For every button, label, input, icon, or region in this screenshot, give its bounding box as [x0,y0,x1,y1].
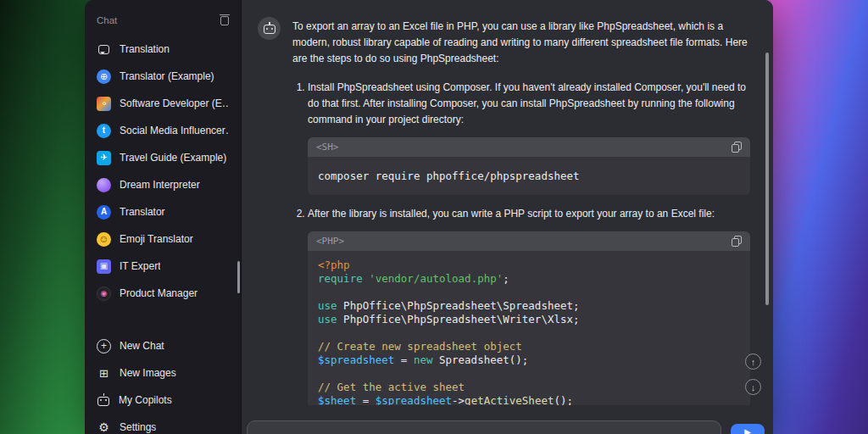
app-window: Chat Translation⊕Translator (Example)‹›S… [85,0,773,434]
gear-icon: ⚙ [97,420,111,434]
robot-icon [264,25,275,34]
code-block-header: <SH> [308,137,750,157]
bird-icon: t [97,124,111,138]
step-1-text: Install PhpSpreadsheet using Composer. I… [308,81,746,125]
sidebar-item-dream-interpreter[interactable]: Dream Interpreter [85,171,241,198]
label: New Chat [120,340,164,352]
sidebar-action-list: +New Chat⊞New ImagesMy Copilots⚙Settings [85,332,241,434]
chat-bubble-icon [98,45,109,54]
label: Software Developer (E… [120,97,229,109]
send-button[interactable]: ▶ [731,424,765,434]
label: Product Manager [120,287,198,299]
sidebar-item-emoji-translator[interactable]: ☺Emoji Translator [85,225,241,253]
sidebar-item-product-manager[interactable]: ◉Product Manager [85,280,241,307]
sidebar-item-translator-example[interactable]: ⊕Translator (Example) [85,63,241,90]
label: Travel Guide (Example) [120,152,226,164]
image-icon: ⊞ [97,366,111,381]
copy-icon[interactable] [732,236,742,247]
sidebar-item-software-developer-e[interactable]: ‹›Software Developer (E… [85,90,241,117]
sidebar-title: Chat [97,15,117,25]
sidebar-action-new-chat[interactable]: +New Chat [85,332,241,359]
sidebar-item-social-media-influencer[interactable]: tSocial Media Influencer… [85,117,241,144]
code-lang-label: <SH> [316,139,339,155]
scroll-to-bottom-button[interactable]: ↓ [745,379,761,395]
scroll-buttons: ↑ ↓ [745,353,761,395]
composer-bar: ▶ [242,405,773,434]
code-block-php: <PHP> <?phprequire 'vendor/autoload.php'… [308,231,750,434]
sidebar-action-new-images[interactable]: ⊞New Images [85,359,241,387]
desktop-wallpaper: Chat Translation⊕Translator (Example)‹›S… [0,0,868,434]
sidebar-item-translator[interactable]: ATranslator [85,198,241,225]
manager-icon: ◉ [97,287,111,301]
chat-input[interactable] [247,420,721,434]
arrow-up-icon: ↑ [751,357,756,367]
crystal-icon [97,178,111,192]
step-2: After the library is installed, you can … [308,206,750,434]
travel-icon: ✈ [97,151,111,165]
sidebar-item-it-expert[interactable]: ▣IT Expert [85,253,241,280]
label: IT Expert [120,260,160,272]
sidebar: Chat Translation⊕Translator (Example)‹›S… [85,0,242,434]
sidebar-item-travel-guide-example[interactable]: ✈Travel Guide (Example) [85,144,241,171]
scroll-to-top-button[interactable]: ↑ [745,353,761,370]
sidebar-scrollbar[interactable] [237,261,240,293]
code-block-header: <PHP> [308,231,750,251]
label: Translator [120,206,165,218]
plus-icon: + [97,339,111,353]
message-intro: To export an array to an Excel file in P… [292,19,750,67]
label: Emoji Translator [120,233,193,245]
clear-chats-trash-icon[interactable] [220,16,229,25]
arrow-down-icon: ↓ [751,382,756,392]
translator-icon: A [97,205,111,220]
monitor-icon: ▣ [97,259,111,274]
sidebar-header: Chat [85,0,241,31]
step-2-text: After the library is installed, you can … [308,208,715,220]
label: Dream Interpreter [120,179,200,191]
label: Social Media Influencer… [120,125,229,136]
chat-scrollbar[interactable] [765,53,769,305]
emoji-icon: ☺ [97,232,111,247]
sidebar-item-translation[interactable]: Translation [85,36,241,63]
chat-history-list: Translation⊕Translator (Example)‹›Softwa… [85,36,241,307]
copy-icon[interactable] [732,142,742,153]
assistant-message: To export an array to an Excel file in P… [292,19,750,434]
send-icon: ▶ [744,427,751,434]
label: My Copilots [119,394,172,406]
chat-panel: To export an array to an Excel file in P… [242,0,773,434]
code-icon: ‹› [97,97,111,111]
step-1: Install PhpSpreadsheet using Composer. I… [308,80,750,195]
robot-icon [97,397,109,406]
assistant-avatar [258,17,281,40]
label: Translator (Example) [120,70,214,82]
label: Settings [120,421,156,433]
code-block-sh: <SH> composer require phpoffice/phpsprea… [308,137,750,195]
code-lang-label: <PHP> [316,233,344,249]
label: New Images [120,367,176,379]
sidebar-action-settings[interactable]: ⚙Settings [85,414,241,434]
label: Translation [120,43,170,55]
steps-list: Install PhpSpreadsheet using Composer. I… [292,80,750,434]
globe-icon: ⊕ [97,70,111,84]
code-content-sh: composer require phpoffice/phpspreadshee… [308,157,750,195]
sidebar-action-my-copilots[interactable]: My Copilots [85,387,241,414]
